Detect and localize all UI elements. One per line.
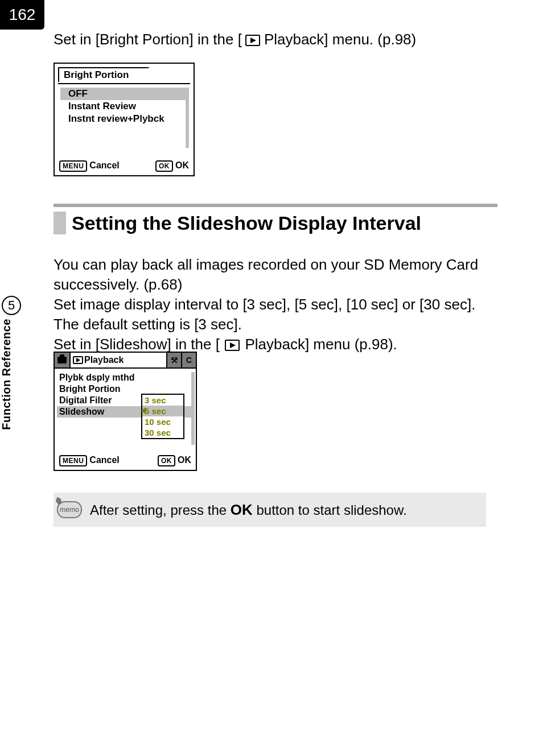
slideshow-interval-dropdown[interactable]: 3 sec 5 sec 10 sec 30 sec [141, 394, 184, 439]
body-p1: You can play back all images recorded on… [54, 255, 497, 295]
chapter-number: 5 [8, 298, 15, 313]
opt-3sec[interactable]: 3 sec [142, 395, 183, 406]
lcd1-tab-title: Bright Portion [58, 67, 149, 82]
opt-30sec[interactable]: 30 sec [142, 427, 183, 438]
lcd2-scrollbar[interactable] [191, 372, 195, 445]
lcd1-scrollbar[interactable] [186, 88, 189, 148]
body-text: You can play back all images recorded on… [54, 255, 497, 354]
lcd1-option-instnt-plybck[interactable]: Instnt review+Plybck [58, 113, 190, 125]
row-label: Digital Filter [59, 395, 112, 406]
section-bar-icon [54, 212, 66, 234]
row-bright-portion[interactable]: Bright Portion [59, 383, 191, 395]
lcd1-ok[interactable]: OKOK [155, 160, 189, 172]
custom-icon: C [186, 356, 192, 365]
ok-button-icon: OK [155, 160, 173, 172]
memo-icon: memo [57, 501, 82, 518]
playback-icon [225, 340, 240, 351]
tab-playback-label: Playback [84, 355, 124, 365]
lcd2-tabs: Playback ⚒ C [55, 353, 196, 369]
page-number: 162 [9, 6, 36, 24]
memo-ok-label: OK [231, 501, 253, 518]
lcd1-cancel[interactable]: MENUCancel [59, 160, 120, 172]
memo-prefix: After setting, press the [90, 502, 231, 518]
lcd-bright-portion-menu: Bright Portion OFF Instant Review Instnt… [54, 63, 195, 176]
row-label: Bright Portion [59, 384, 121, 394]
body-p3-suffix: Playback] menu (p.98). [245, 336, 397, 353]
ok-button-icon: OK [158, 455, 175, 466]
opt-5sec[interactable]: 5 sec [142, 406, 183, 416]
lcd1-option-instant-review[interactable]: Instant Review [58, 100, 190, 113]
section-heading: Setting the Slideshow Display Interval [72, 212, 421, 234]
memo-suffix: button to start slideshow. [256, 502, 406, 518]
tab-tools-icon[interactable]: ⚒ [166, 353, 181, 367]
lcd1-body: OFF Instant Review Instnt review+Plybck [58, 83, 190, 151]
row-label: Plybk dsply mthd [59, 373, 134, 383]
lcd2-cancel-label: Cancel [89, 455, 119, 465]
tab-playback[interactable]: Playback [71, 353, 166, 367]
lcd2-ok-label: OK [178, 455, 191, 465]
side-chapter-tab: 5 Function Reference [0, 296, 23, 466]
playback-icon [245, 35, 260, 46]
opt-10sec[interactable]: 10 sec [142, 416, 183, 427]
lcd-playback-menu: Playback ⚒ C Plybk dsply mthd Bright Por… [54, 352, 197, 471]
lcd1-ok-label: OK [175, 160, 189, 170]
intro-text-prefix: Set in [Bright Portion] in the [ [54, 31, 242, 48]
intro-line: Set in [Bright Portion] in the [ Playbac… [54, 30, 497, 49]
lcd2-footer: MENUCancel OKOK [59, 455, 191, 466]
page-number-tab: 162 [0, 0, 44, 30]
intro-text-suffix: Playback] menu. (p.98) [264, 31, 416, 48]
lcd1-tab-row: Bright Portion [55, 64, 194, 83]
lcd2-cancel[interactable]: MENUCancel [59, 455, 120, 466]
chapter-number-badge: 5 [2, 296, 21, 315]
lcd1-cancel-label: Cancel [89, 160, 119, 170]
memo-icon-label: memo [60, 506, 79, 514]
section-rule [54, 204, 497, 207]
row-label: Slideshow [59, 407, 104, 417]
menu-button-icon: MENU [59, 160, 87, 172]
tools-icon: ⚒ [171, 356, 178, 365]
tab-custom-icon[interactable]: C [181, 353, 196, 367]
chapter-label: Function Reference [0, 319, 23, 430]
body-p3-prefix: Set in [Slideshow] in the [ [54, 336, 220, 353]
playback-icon [73, 356, 83, 364]
row-plybk-dsply[interactable]: Plybk dsply mthd [59, 372, 191, 383]
lcd2-ok[interactable]: OKOK [158, 455, 191, 466]
pin-icon [55, 496, 63, 506]
memo-text: After setting, press the OK button to st… [85, 501, 407, 519]
memo-note: memo After setting, press the OK button … [54, 493, 486, 527]
body-p2: Set image display interval to [3 sec], [… [54, 295, 497, 334]
lcd2-list: Plybk dsply mthd Bright Portion Digital … [55, 369, 196, 448]
section-heading-wrap: Setting the Slideshow Display Interval [54, 204, 497, 234]
camera-icon [57, 357, 67, 363]
page: 162 5 Function Reference Set in [Bright … [0, 0, 543, 756]
menu-button-icon: MENU [59, 455, 87, 466]
tab-camera-icon[interactable] [55, 353, 71, 367]
memo-icon-wrap: memo [54, 501, 85, 518]
section-title-row: Setting the Slideshow Display Interval [54, 212, 497, 234]
lcd1-option-off[interactable]: OFF [60, 88, 188, 100]
lcd1-footer: MENUCancel OKOK [59, 160, 189, 172]
